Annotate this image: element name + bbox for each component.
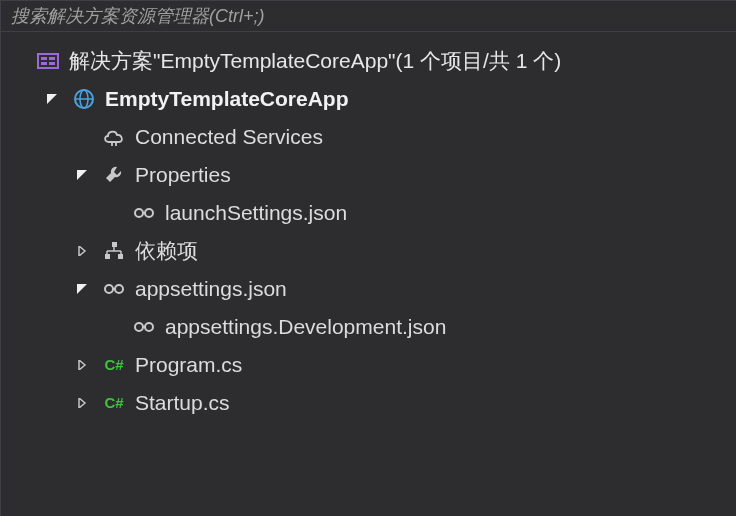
launch-settings-node[interactable]: launchSettings.json bbox=[1, 194, 736, 232]
appsettings-dev-node[interactable]: appsettings.Development.json bbox=[1, 308, 736, 346]
svg-point-27 bbox=[135, 323, 143, 331]
svg-rect-0 bbox=[38, 54, 58, 68]
collapse-arrow-icon[interactable] bbox=[73, 360, 91, 370]
dependencies-label: 依赖项 bbox=[135, 232, 198, 270]
svg-point-28 bbox=[145, 323, 153, 331]
connected-services-node[interactable]: Connected Services bbox=[1, 118, 736, 156]
svg-rect-2 bbox=[49, 57, 55, 60]
solution-label: 解决方案"EmptyTemplateCoreApp"(1 个项目/共 1 个) bbox=[69, 42, 561, 80]
solution-explorer-panel: 搜索解决方案资源管理器(Ctrl+;) 解决方案"EmptyTemplateCo… bbox=[0, 0, 736, 516]
json-file-icon bbox=[131, 203, 157, 223]
dependencies-node[interactable]: 依赖项 bbox=[1, 232, 736, 270]
json-file-icon bbox=[131, 317, 157, 337]
collapse-arrow-icon[interactable] bbox=[73, 398, 91, 408]
appsettings-label: appsettings.json bbox=[135, 270, 287, 308]
appsettings-dev-label: appsettings.Development.json bbox=[165, 308, 446, 346]
appsettings-node[interactable]: appsettings.json bbox=[1, 270, 736, 308]
dependencies-icon bbox=[101, 241, 127, 261]
svg-marker-23 bbox=[77, 284, 87, 294]
csharp-file-icon: C# bbox=[101, 355, 127, 375]
properties-node[interactable]: Properties bbox=[1, 156, 736, 194]
solution-node[interactable]: 解决方案"EmptyTemplateCoreApp"(1 个项目/共 1 个) bbox=[1, 42, 736, 80]
svg-rect-17 bbox=[105, 254, 110, 259]
startup-cs-node[interactable]: C# Startup.cs bbox=[1, 384, 736, 422]
collapse-arrow-icon[interactable] bbox=[73, 246, 91, 256]
svg-rect-4 bbox=[49, 62, 55, 65]
solution-tree: 解决方案"EmptyTemplateCoreApp"(1 个项目/共 1 个) … bbox=[1, 32, 736, 422]
json-file-icon bbox=[101, 279, 127, 299]
svg-rect-18 bbox=[118, 254, 123, 259]
web-project-icon bbox=[71, 88, 97, 110]
svg-rect-3 bbox=[41, 62, 47, 65]
expand-arrow-icon[interactable] bbox=[73, 170, 91, 180]
svg-point-13 bbox=[145, 209, 153, 217]
launch-settings-label: launchSettings.json bbox=[165, 194, 347, 232]
cloud-icon bbox=[101, 128, 127, 146]
wrench-icon bbox=[101, 164, 127, 186]
connected-services-label: Connected Services bbox=[135, 118, 323, 156]
svg-point-25 bbox=[115, 285, 123, 293]
svg-rect-1 bbox=[41, 57, 47, 60]
svg-marker-15 bbox=[79, 246, 85, 256]
svg-point-24 bbox=[105, 285, 113, 293]
program-cs-node[interactable]: C# Program.cs bbox=[1, 346, 736, 384]
startup-cs-label: Startup.cs bbox=[135, 384, 230, 422]
svg-marker-11 bbox=[77, 170, 87, 180]
expand-arrow-icon[interactable] bbox=[43, 94, 61, 104]
svg-marker-30 bbox=[79, 360, 85, 370]
properties-label: Properties bbox=[135, 156, 231, 194]
svg-marker-31 bbox=[79, 398, 85, 408]
project-node[interactable]: EmptyTemplateCoreApp bbox=[1, 80, 736, 118]
search-input[interactable]: 搜索解决方案资源管理器(Ctrl+;) bbox=[1, 1, 736, 32]
svg-marker-5 bbox=[47, 94, 57, 104]
solution-icon bbox=[35, 51, 61, 71]
csharp-file-icon: C# bbox=[101, 393, 127, 413]
expand-arrow-icon[interactable] bbox=[73, 284, 91, 294]
project-label: EmptyTemplateCoreApp bbox=[105, 80, 348, 118]
program-cs-label: Program.cs bbox=[135, 346, 242, 384]
svg-point-12 bbox=[135, 209, 143, 217]
svg-rect-16 bbox=[112, 242, 117, 247]
